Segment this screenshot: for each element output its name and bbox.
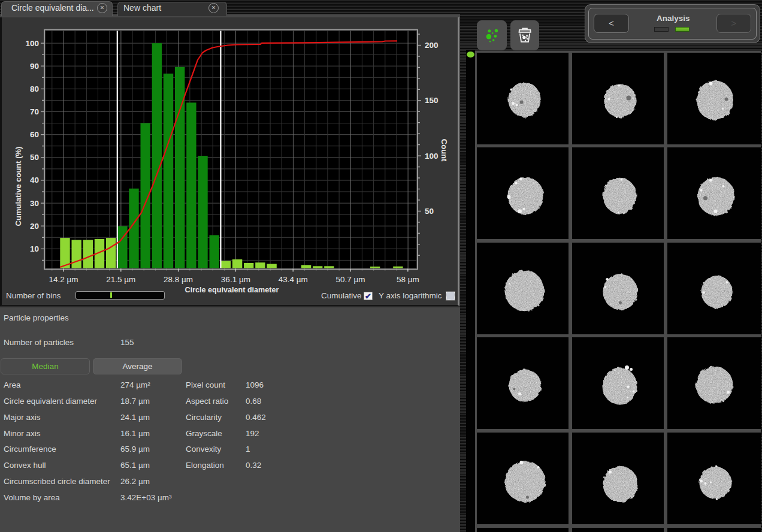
svg-text:Circle equivalent diameter: Circle equivalent diameter xyxy=(185,286,279,294)
svg-text:30: 30 xyxy=(30,199,39,208)
svg-text:Count: Count xyxy=(440,139,449,162)
svg-text:43.4 µm: 43.4 µm xyxy=(279,275,308,284)
svg-text:Cumulative count (%): Cumulative count (%) xyxy=(14,147,23,226)
svg-text:200: 200 xyxy=(425,41,439,50)
svg-text:21.5 µm: 21.5 µm xyxy=(106,275,135,284)
svg-text:10: 10 xyxy=(30,244,39,253)
svg-text:14.2 µm: 14.2 µm xyxy=(49,275,78,284)
svg-text:28.8 µm: 28.8 µm xyxy=(164,275,193,284)
svg-text:100: 100 xyxy=(25,39,39,48)
svg-text:90: 90 xyxy=(30,62,39,71)
svg-text:80: 80 xyxy=(30,84,39,93)
svg-text:58 µm: 58 µm xyxy=(397,275,419,284)
svg-text:50.7 µm: 50.7 µm xyxy=(335,275,365,284)
svg-text:150: 150 xyxy=(425,96,439,105)
svg-text:50: 50 xyxy=(425,207,434,216)
svg-text:100: 100 xyxy=(425,152,439,161)
svg-text:50: 50 xyxy=(30,153,39,162)
svg-text:20: 20 xyxy=(30,222,39,231)
svg-text:60: 60 xyxy=(30,130,39,139)
svg-text:36.1 µm: 36.1 µm xyxy=(221,275,250,284)
svg-text:40: 40 xyxy=(30,176,39,185)
svg-text:70: 70 xyxy=(30,107,39,116)
